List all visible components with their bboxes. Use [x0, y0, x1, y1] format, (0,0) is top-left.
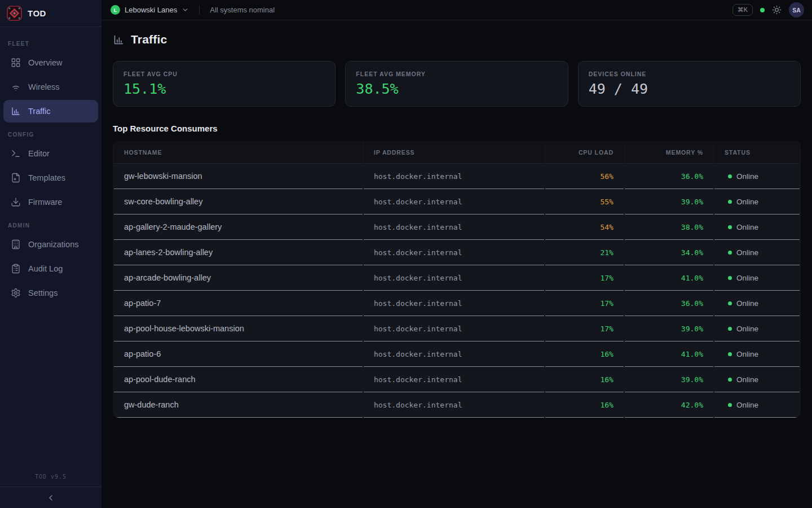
page-title: Traffic — [131, 33, 167, 46]
table-title: Top Resource Consumers — [113, 124, 801, 133]
stat-card: DEVICES ONLINE 49 / 49 — [578, 61, 801, 107]
cell-cpu-load: 17% — [545, 291, 624, 316]
sidebar-item-wireless[interactable]: Wireless — [3, 76, 98, 98]
table-row[interactable]: ap-patio-6 host.docker.internal 16% 41.0… — [114, 341, 800, 367]
stats-row: FLEET AVG CPU 15.1% FLEET AVG MEMORY 38.… — [113, 61, 801, 107]
cell-ip: host.docker.internal — [364, 316, 544, 341]
status-text: Online — [736, 401, 758, 409]
cell-cpu-load: 16% — [545, 392, 624, 418]
sidebar-item-label: Traffic — [28, 107, 50, 116]
cell-cpu-load: 17% — [545, 316, 624, 341]
cell-memory: 38.0% — [625, 214, 713, 240]
bar-chart-icon — [11, 106, 21, 116]
cell-hostname: ap-patio-6 — [114, 341, 363, 367]
cell-memory: 36.0% — [625, 291, 713, 316]
cell-cpu-load: 16% — [545, 367, 624, 392]
download-icon — [11, 197, 21, 207]
cell-status: Online — [714, 214, 800, 240]
status-dot-icon — [728, 276, 732, 280]
cell-ip: host.docker.internal — [364, 214, 544, 240]
cell-cpu-load: 21% — [545, 240, 624, 265]
cell-ip: host.docker.internal — [364, 392, 544, 418]
command-palette-shortcut[interactable]: ⌘K — [732, 4, 753, 16]
table-header-row: HOSTNAME IP ADDRESS CPU LOAD MEMORY % ST… — [114, 141, 800, 164]
sidebar-item-firmware[interactable]: Firmware — [3, 191, 98, 213]
cell-memory: 39.0% — [625, 367, 713, 392]
sidebar-item-organizations[interactable]: Organizations — [3, 233, 98, 256]
sidebar-item-audit-log[interactable]: Audit Log — [3, 257, 98, 280]
status-dot-icon — [728, 378, 732, 382]
table-row[interactable]: ap-lanes-2-bowling-alley host.docker.int… — [114, 240, 800, 265]
sidebar-nav: FLEET Overview Wireless Traffic CONFIG E… — [0, 27, 102, 468]
sidebar-collapse-button[interactable] — [0, 487, 102, 508]
stat-value: 49 / 49 — [589, 81, 790, 97]
table-row[interactable]: gw-lebowski-mansion host.docker.internal… — [114, 164, 800, 189]
cell-status: Online — [714, 189, 800, 214]
cell-status: Online — [714, 316, 800, 341]
status-text: Online — [736, 299, 758, 308]
grid-icon — [11, 58, 21, 68]
sidebar-item-editor[interactable]: Editor — [3, 142, 98, 165]
cell-memory: 34.0% — [625, 240, 713, 265]
bar-chart-icon — [113, 34, 125, 46]
cell-status: Online — [714, 341, 800, 367]
cell-hostname: gw-lebowski-mansion — [114, 164, 363, 189]
cell-status: Online — [714, 392, 800, 418]
system-status-text: All systems nominal — [210, 6, 275, 14]
wifi-icon — [11, 82, 21, 92]
status-dot-icon — [728, 200, 732, 204]
status-dot-icon — [728, 225, 732, 229]
terminal-icon — [11, 148, 21, 159]
cell-cpu-load: 17% — [545, 265, 624, 291]
table-row[interactable]: ap-pool-dude-ranch host.docker.internal … — [114, 367, 800, 392]
sidebar-item-settings[interactable]: Settings — [3, 282, 98, 304]
status-text: Online — [736, 350, 758, 358]
table-row[interactable]: ap-patio-7 host.docker.internal 17% 36.0… — [114, 291, 800, 316]
cell-status: Online — [714, 164, 800, 189]
cell-status: Online — [714, 367, 800, 392]
user-avatar[interactable]: SA — [789, 2, 804, 17]
main-area: L Lebowski Lanes All systems nominal ⌘K … — [102, 0, 812, 508]
app-logo-icon — [7, 6, 22, 21]
sidebar-item-overview[interactable]: Overview — [3, 51, 98, 74]
table-row[interactable]: ap-gallery-2-maude-gallery host.docker.i… — [114, 214, 800, 240]
building-icon — [11, 239, 21, 249]
cell-ip: host.docker.internal — [364, 240, 544, 265]
status-text: Online — [736, 223, 758, 231]
chevron-down-icon — [182, 6, 189, 14]
table-row[interactable]: sw-core-bowling-alley host.docker.intern… — [114, 189, 800, 214]
table-row[interactable]: gw-dude-ranch host.docker.internal 16% 4… — [114, 392, 800, 418]
sidebar-item-templates[interactable]: Templates — [3, 167, 98, 189]
sidebar-item-label: Templates — [28, 173, 65, 182]
page-content: Traffic FLEET AVG CPU 15.1% FLEET AVG ME… — [102, 20, 812, 508]
cell-ip: host.docker.internal — [364, 164, 544, 189]
sidebar-item-label: Editor — [28, 149, 50, 158]
org-avatar: L — [111, 5, 120, 15]
status-text: Online — [736, 274, 758, 282]
cell-memory: 42.0% — [625, 392, 713, 418]
sidebar-section-label: CONFIG — [8, 132, 102, 138]
cell-status: Online — [714, 291, 800, 316]
chevron-left-icon — [46, 493, 55, 502]
table-row[interactable]: ap-arcade-bowling-alley host.docker.inte… — [114, 265, 800, 291]
org-name: Lebowski Lanes — [125, 6, 177, 14]
cell-cpu-load: 56% — [545, 164, 624, 189]
gear-icon — [11, 288, 21, 298]
cell-ip: host.docker.internal — [364, 265, 544, 291]
cell-hostname: ap-lanes-2-bowling-alley — [114, 240, 363, 265]
theme-toggle-sun-icon[interactable] — [772, 5, 782, 15]
stat-card: FLEET AVG CPU 15.1% — [113, 61, 336, 107]
org-switcher[interactable]: L Lebowski Lanes — [111, 5, 189, 15]
status-text: Online — [736, 248, 758, 257]
column-header-hostname: HOSTNAME — [114, 141, 363, 164]
health-dot-icon — [760, 8, 765, 12]
cell-ip: host.docker.internal — [364, 367, 544, 392]
topbar-divider — [199, 6, 200, 15]
sidebar: TOD FLEET Overview Wireless Traffic CONF… — [0, 0, 102, 508]
column-header-cpu: CPU LOAD — [545, 141, 624, 164]
status-dot-icon — [728, 327, 732, 331]
cell-memory: 36.0% — [625, 164, 713, 189]
cell-hostname: ap-gallery-2-maude-gallery — [114, 214, 363, 240]
sidebar-item-traffic[interactable]: Traffic — [3, 100, 98, 122]
table-row[interactable]: ap-pool-house-lebowski-mansion host.dock… — [114, 316, 800, 341]
